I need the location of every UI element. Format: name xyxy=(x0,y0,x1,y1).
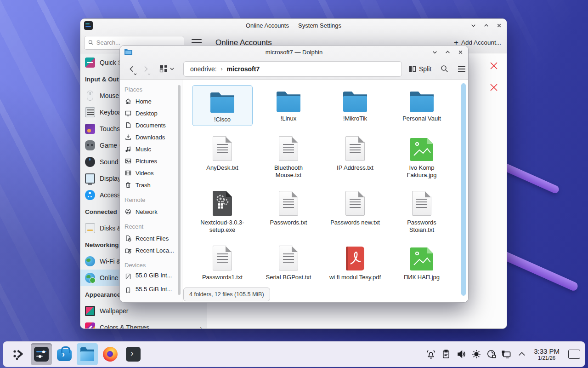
places-device-disk-2[interactable]: 55.5 GiB Int... xyxy=(120,285,182,299)
file-item[interactable]: Bluethooth Mouse.txt xyxy=(258,134,319,179)
places-item-desktop[interactable]: Desktop xyxy=(120,107,182,119)
network-icon[interactable] xyxy=(501,348,513,360)
clock-date: 1/21/26 xyxy=(534,355,560,361)
task-system-settings[interactable] xyxy=(31,343,52,365)
online-accounts-icon xyxy=(85,273,95,283)
places-item-videos[interactable]: Videos xyxy=(120,167,182,179)
breadcrumb-root[interactable]: onedrive: xyxy=(190,65,217,73)
places-scrollbar[interactable] xyxy=(178,85,181,295)
trash-icon xyxy=(124,181,132,189)
app-launcher-icon xyxy=(11,347,25,361)
file-view-scrollbar[interactable] xyxy=(461,83,466,296)
minimize-button[interactable] xyxy=(470,22,476,29)
file-item[interactable]: wi fi modul Tesy.pdf xyxy=(325,244,385,281)
file-item[interactable]: !Cisco xyxy=(192,85,253,126)
window-title: microsoft7 — Dolphin xyxy=(266,49,322,56)
volume-icon[interactable] xyxy=(455,348,467,360)
chevron-right-icon: › xyxy=(200,324,202,329)
file-item[interactable]: !Linux xyxy=(258,85,319,122)
remove-account-button[interactable] xyxy=(489,83,498,92)
breadcrumb-current[interactable]: microsoft7 xyxy=(227,65,260,73)
text-file-icon xyxy=(412,191,431,216)
file-view[interactable]: !Cisco !Linux !MikroTik Personal Vault A… xyxy=(182,80,468,302)
app-launcher-button[interactable] xyxy=(8,343,29,365)
location-bar[interactable]: onedrive: › microsoft7 xyxy=(183,61,402,77)
task-discover[interactable] xyxy=(54,343,75,365)
file-item[interactable]: Serial BGPost.txt xyxy=(258,244,319,281)
places-item-documents[interactable]: Documents xyxy=(120,119,182,131)
places-item-recent-files[interactable]: Recent Files xyxy=(120,232,182,244)
konsole-icon xyxy=(126,347,141,362)
search-icon xyxy=(441,65,448,73)
sidebar-item-colors-themes[interactable]: Colors & Themes› xyxy=(80,319,207,329)
places-section-devices: Devices xyxy=(120,259,182,271)
music-note-icon xyxy=(124,145,132,153)
close-button[interactable] xyxy=(496,22,502,29)
download-icon xyxy=(124,133,132,141)
quick-settings-icon xyxy=(85,58,95,68)
close-button[interactable] xyxy=(457,49,464,55)
places-device-disk-1[interactable]: 55.0 GiB Int... xyxy=(120,271,182,285)
text-file-icon xyxy=(279,191,298,216)
disks-icon xyxy=(85,223,95,233)
task-dolphin[interactable] xyxy=(77,343,98,365)
file-item[interactable]: Passwords.txt xyxy=(258,189,319,226)
notifications-icon[interactable] xyxy=(425,348,437,360)
network-icon xyxy=(124,208,132,215)
back-button[interactable] xyxy=(126,63,137,75)
home-icon xyxy=(124,98,132,105)
text-file-icon xyxy=(279,246,298,270)
search-button[interactable] xyxy=(441,65,448,73)
expand-tray-icon[interactable] xyxy=(516,348,528,360)
file-item[interactable]: Passwords new.txt xyxy=(325,189,385,226)
file-item[interactable]: IP Address.txt xyxy=(325,134,385,172)
discover-icon xyxy=(57,349,72,361)
places-item-music[interactable]: Music xyxy=(120,143,182,155)
maximize-button[interactable] xyxy=(483,22,489,29)
file-item[interactable]: Passwords Stoian.txt xyxy=(391,189,452,234)
text-file-icon xyxy=(345,136,365,161)
places-item-network[interactable]: Network xyxy=(120,206,182,218)
image-file-icon xyxy=(410,247,433,270)
places-item-home[interactable]: Home xyxy=(120,95,182,107)
show-desktop-button[interactable] xyxy=(568,350,580,359)
minimize-button[interactable] xyxy=(431,49,438,55)
task-konsole[interactable] xyxy=(123,343,144,365)
disk-icon xyxy=(124,273,132,280)
device-notifier-icon[interactable] xyxy=(486,348,498,360)
system-settings-titlebar[interactable]: Online Accounts — System Settings xyxy=(80,19,507,32)
file-item[interactable]: Personal Vault xyxy=(391,85,452,122)
brightness-icon[interactable] xyxy=(470,348,482,360)
task-firefox[interactable] xyxy=(100,343,121,365)
file-item[interactable]: AnyDesk.txt xyxy=(192,134,253,172)
hamburger-menu-button[interactable] xyxy=(458,66,466,72)
file-item[interactable]: Ivo Komp Faktura.jpg xyxy=(391,134,452,179)
clock[interactable]: 3:33 PM 1/21/26 xyxy=(534,347,560,361)
sidebar-item-wallpaper[interactable]: Wallpaper xyxy=(80,303,207,319)
view-mode-button[interactable] xyxy=(159,65,174,73)
display-icon xyxy=(85,173,95,184)
split-button[interactable]: Split xyxy=(408,65,431,73)
keyboard-icon xyxy=(85,107,95,117)
dolphin-window: microsoft7 — Dolphin onedrive: › microso… xyxy=(119,45,469,303)
dolphin-titlebar[interactable]: microsoft7 — Dolphin xyxy=(120,46,468,58)
file-item[interactable]: Nextcloud-3.0.3-setup.exe xyxy=(192,189,253,234)
maximize-button[interactable] xyxy=(444,49,451,55)
accessibility-icon xyxy=(85,190,95,200)
mouse-icon xyxy=(87,91,93,101)
places-item-recent-locations[interactable]: Recent Loca... xyxy=(120,244,182,256)
file-item[interactable]: ПИК НАП.jpg xyxy=(391,244,452,281)
remove-account-button[interactable] xyxy=(489,61,498,70)
file-item[interactable]: !MikroTik xyxy=(325,85,385,122)
pdf-file-icon xyxy=(346,247,364,270)
places-item-trash[interactable]: Trash xyxy=(120,179,182,191)
dolphin-app-icon xyxy=(124,48,132,55)
places-item-downloads[interactable]: Downloads xyxy=(120,131,182,143)
system-settings-icon xyxy=(34,347,49,362)
clock-time: 3:33 PM xyxy=(534,347,560,355)
file-item[interactable]: Passwords1.txt xyxy=(192,244,253,281)
wifi-globe-icon xyxy=(85,256,95,266)
clipboard-icon[interactable] xyxy=(440,348,452,360)
places-item-pictures[interactable]: Pictures xyxy=(120,155,182,167)
forward-button[interactable] xyxy=(140,63,151,75)
